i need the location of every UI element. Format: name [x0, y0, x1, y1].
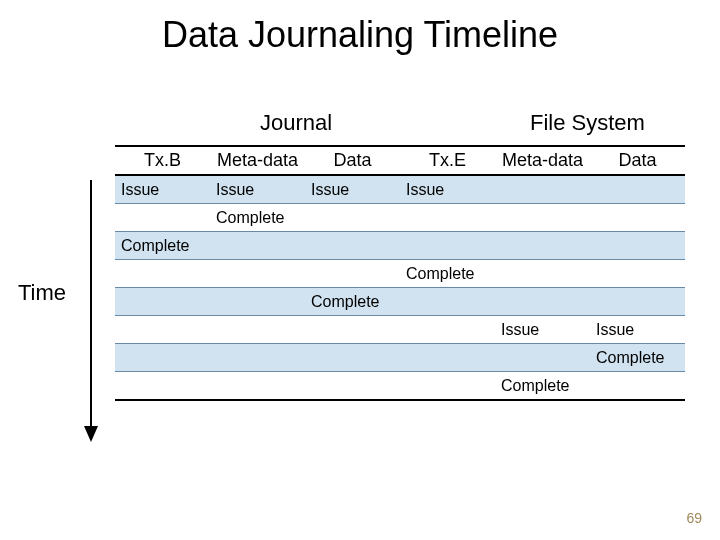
page-number: 69: [686, 510, 702, 526]
col-txb: Tx.B: [115, 146, 210, 175]
table-row: Complete: [115, 204, 685, 232]
table-row: Complete: [115, 344, 685, 372]
cell: [210, 344, 305, 372]
cell: [305, 372, 400, 401]
col-data-j: Data: [305, 146, 400, 175]
cell: [305, 344, 400, 372]
cell: [210, 260, 305, 288]
table-row: Issue Issue: [115, 316, 685, 344]
cell: [210, 232, 305, 260]
table-row: Complete: [115, 232, 685, 260]
section-filesystem: File System: [530, 110, 645, 136]
time-arrow-shaft: [90, 180, 92, 428]
table-row: Complete: [115, 260, 685, 288]
cell: [495, 175, 590, 204]
cell: [400, 204, 495, 232]
col-meta-fs: Meta-data: [495, 146, 590, 175]
cell: [590, 260, 685, 288]
cell: [590, 288, 685, 316]
timeline-table: Tx.B Meta-data Data Tx.E Meta-data Data …: [115, 145, 685, 401]
cell: [590, 175, 685, 204]
cell: [115, 344, 210, 372]
cell: [400, 344, 495, 372]
cell: [400, 232, 495, 260]
cell: Issue: [115, 175, 210, 204]
cell: Complete: [590, 344, 685, 372]
table-header-row: Tx.B Meta-data Data Tx.E Meta-data Data: [115, 146, 685, 175]
cell: [210, 316, 305, 344]
cell: [495, 288, 590, 316]
cell: [115, 260, 210, 288]
cell: [495, 344, 590, 372]
cell: Issue: [590, 316, 685, 344]
cell: [305, 316, 400, 344]
cell: [115, 288, 210, 316]
cell: [115, 372, 210, 401]
time-arrow-head-icon: [84, 426, 98, 442]
slide-title: Data Journaling Timeline: [0, 14, 720, 56]
cell: [305, 232, 400, 260]
cell: Issue: [495, 316, 590, 344]
cell: [590, 232, 685, 260]
cell: [305, 204, 400, 232]
table-row: Complete: [115, 372, 685, 401]
cell: Complete: [210, 204, 305, 232]
cell: Complete: [115, 232, 210, 260]
cell: [400, 316, 495, 344]
cell: [305, 260, 400, 288]
cell: Issue: [210, 175, 305, 204]
cell: [210, 372, 305, 401]
cell: Issue: [305, 175, 400, 204]
col-txe: Tx.E: [400, 146, 495, 175]
cell: Complete: [305, 288, 400, 316]
cell: [400, 372, 495, 401]
cell: [400, 288, 495, 316]
cell: Complete: [495, 372, 590, 401]
col-data-fs: Data: [590, 146, 685, 175]
time-axis-label: Time: [18, 280, 66, 306]
cell: [210, 288, 305, 316]
table-row: Complete: [115, 288, 685, 316]
cell: Issue: [400, 175, 495, 204]
cell: Complete: [400, 260, 495, 288]
slide: Data Journaling Timeline Journal File Sy…: [0, 0, 720, 540]
cell: [115, 204, 210, 232]
cell: [590, 372, 685, 401]
cell: [495, 232, 590, 260]
table-row: Issue Issue Issue Issue: [115, 175, 685, 204]
section-journal: Journal: [260, 110, 332, 136]
cell: [115, 316, 210, 344]
col-meta-j: Meta-data: [210, 146, 305, 175]
cell: [495, 260, 590, 288]
cell: [495, 204, 590, 232]
cell: [590, 204, 685, 232]
